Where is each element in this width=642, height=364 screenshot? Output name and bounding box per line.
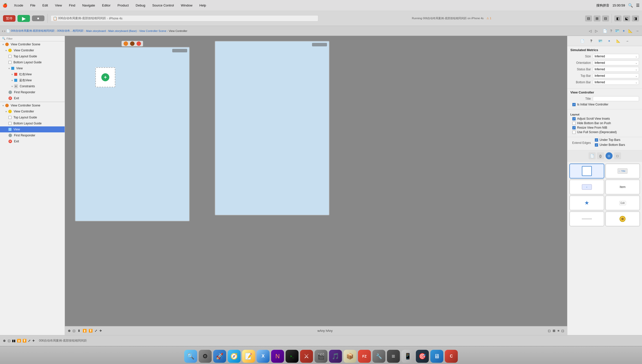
file-inspector-tab[interactable]: 📄 [579, 38, 586, 44]
exit-1[interactable]: ✕ Exit [0, 95, 65, 101]
dock-instruments[interactable]: 🎯 [416, 350, 429, 363]
topbar-select[interactable]: Inferred ⌄ [593, 73, 639, 78]
editor-version-btn[interactable]: ⊟ [602, 16, 609, 22]
canvas-right-1[interactable]: ◻ [548, 329, 551, 332]
breadcrumb-vc[interactable]: View Controller [169, 30, 187, 32]
menu-debug[interactable]: Debug [134, 3, 147, 8]
breadcrumb-storyboard[interactable]: Main.storyboard [86, 30, 106, 32]
menu-help[interactable]: Help [198, 3, 208, 8]
bottom-layout-guide-1[interactable]: Bottom Layout Guide [0, 59, 65, 65]
menu-window[interactable]: Window [179, 3, 194, 8]
scene1-icon-bar[interactable] [122, 41, 143, 46]
palette-circle-badge[interactable]: ⊖ [605, 212, 640, 226]
iphone-frame-2[interactable] [215, 41, 329, 216]
palette-code-icon[interactable]: {} [597, 152, 604, 159]
dock-onenote[interactable]: N [271, 350, 284, 363]
stop-button[interactable]: ■ [32, 16, 45, 21]
dock-simulator[interactable]: 📱 [401, 350, 414, 363]
statusbar-select[interactable]: Inferred ⌄ [593, 67, 639, 72]
search-icon[interactable]: 🔍 [628, 3, 633, 8]
dock-app3[interactable]: 🎵 [329, 350, 342, 363]
connections-inspector-icon[interactable]: → [634, 28, 640, 34]
related-files-icon[interactable]: ◁ [588, 28, 593, 34]
menu-view[interactable]: View [53, 3, 63, 8]
utilities-btn[interactable]: ◨ [632, 16, 639, 22]
canvas-right-3[interactable]: ≡ [557, 329, 559, 332]
size-select[interactable]: Inferred ⌄ [593, 54, 639, 59]
bottom-tool-6[interactable]: ✈ [32, 339, 35, 342]
canvas-tool-4[interactable]: ⏬ [89, 329, 93, 332]
identity-inspector-icon[interactable]: 🪪 [614, 28, 620, 34]
dock-app6[interactable]: ≡ [387, 350, 400, 363]
add-object-icon[interactable]: ⊕ [68, 329, 71, 332]
bottom-tool-2[interactable]: ▮▮ [12, 339, 16, 342]
debug-area-btn[interactable]: ⬕ [623, 16, 630, 22]
top-layout-guide-2[interactable]: Top Layout Guide [0, 114, 65, 120]
palette-bar[interactable] [569, 212, 604, 226]
dock-app2[interactable]: 🎬 [315, 350, 327, 363]
file-inspector-icon[interactable]: 📄 [602, 28, 608, 34]
nav-back-btn[interactable]: ‹ [2, 29, 3, 33]
menu-editor[interactable]: Editor [101, 3, 112, 8]
dock-csdn[interactable]: C [445, 350, 458, 363]
adjust-scroll-checkbox[interactable]: ✓ [572, 117, 576, 120]
menu-find[interactable]: Find [67, 3, 77, 8]
dock-launchpad[interactable]: 🚀 [213, 350, 226, 363]
navigator-btn[interactable]: ◧ [614, 16, 621, 22]
palette-blank-vc[interactable] [569, 164, 604, 178]
title-input[interactable] [593, 96, 639, 101]
bottom-add-btn[interactable]: ⊕ [3, 339, 6, 342]
vc1-header[interactable]: ▾ View Controller [0, 47, 65, 53]
top-layout-guide-1[interactable]: Top Layout Guide [0, 53, 65, 59]
dock-settings[interactable]: ⚙ [199, 350, 212, 363]
scheme-selector[interactable]: 📋 006自动布局案例-底部按钮相同间距 › iPhone 4s [51, 15, 318, 22]
first-responder-2[interactable]: First Responder [0, 132, 65, 138]
dock-filezilla[interactable]: FZ [358, 350, 371, 363]
menu-edit[interactable]: Edit [41, 3, 49, 8]
attributes-inspector-icon[interactable]: ✦ [621, 28, 626, 34]
quick-help-icon[interactable]: ? [609, 28, 613, 34]
constraints-item[interactable]: ▾ ⊞ Constraints [0, 83, 65, 89]
play-button[interactable]: ▶ [18, 15, 30, 22]
iphone-frame-1[interactable]: + [75, 47, 190, 222]
dock-xcode[interactable]: X [257, 350, 270, 363]
canvas-tool-6[interactable]: ✈ [99, 329, 102, 332]
hide-bottom-bar-checkbox[interactable] [572, 122, 576, 125]
menu-icon[interactable]: ☰ [636, 3, 639, 8]
quick-help-tab[interactable]: ? [588, 38, 595, 44]
pause-button[interactable]: 暂停 [3, 15, 16, 22]
size-inspector-icon[interactable]: 📐 [627, 28, 633, 34]
red-view[interactable]: ▾ 红色View [0, 71, 65, 77]
scene1-header[interactable]: ▾ View Controller Scene [0, 42, 65, 47]
menu-source-control[interactable]: Source Control [151, 3, 175, 8]
breadcrumb-vc-scene[interactable]: View Controller Scene [139, 30, 166, 32]
scene2-header[interactable]: ▾ View Controller Scene [0, 102, 65, 108]
dock-notes[interactable]: 📝 [242, 350, 255, 363]
breadcrumb-storyboard-base[interactable]: Main.storyboard (Base) [108, 30, 137, 32]
use-full-screen-checkbox[interactable] [572, 131, 576, 134]
canvas-tool-3[interactable]: ⏫ [83, 329, 87, 332]
vc2-header[interactable]: ▾ View Controller [0, 108, 65, 114]
bottom-tool-4[interactable]: ⏬ [23, 339, 27, 342]
menu-xcode[interactable]: Xcode [13, 3, 25, 8]
editor-assistant-btn[interactable]: ⊞ [594, 16, 600, 22]
dock-safari[interactable]: 🧭 [228, 350, 241, 363]
canvas-right-2[interactable]: ⊞ [553, 329, 555, 332]
editor-standard-btn[interactable]: ⊟ [585, 16, 592, 22]
dock-finder[interactable]: 🔍 [184, 350, 197, 363]
view1-header[interactable]: ▾ View [0, 65, 65, 71]
breadcrumb-project[interactable]: 006自动布局案例-底部按钮相同间距 [11, 29, 55, 33]
under-top-bars-checkbox[interactable]: ✓ [595, 138, 598, 142]
view2-item[interactable]: View [0, 126, 65, 132]
canvas-area[interactable]: + → ⊕ ◻ ⏸ ⏫ ⏬ ⤢ [65, 36, 567, 335]
palette-object-icon[interactable]: ⊙ [605, 152, 612, 159]
canvas-right-4[interactable]: ◻ [561, 329, 564, 332]
bottom-tool-3[interactable]: ⏫ [17, 339, 21, 342]
dock-app1[interactable]: ⚔ [300, 350, 313, 363]
menu-product[interactable]: Product [116, 3, 130, 8]
palette-back-btn[interactable]: ‹ [569, 180, 604, 194]
breadcrumb-folder[interactable]: 006自动布…相同间距 [57, 29, 84, 33]
blue-view[interactable]: ▾ 蓝色View [0, 77, 65, 83]
bottombar-select[interactable]: Inferred ⌄ [593, 80, 639, 85]
apple-menu[interactable]: 🍎 [3, 3, 8, 8]
